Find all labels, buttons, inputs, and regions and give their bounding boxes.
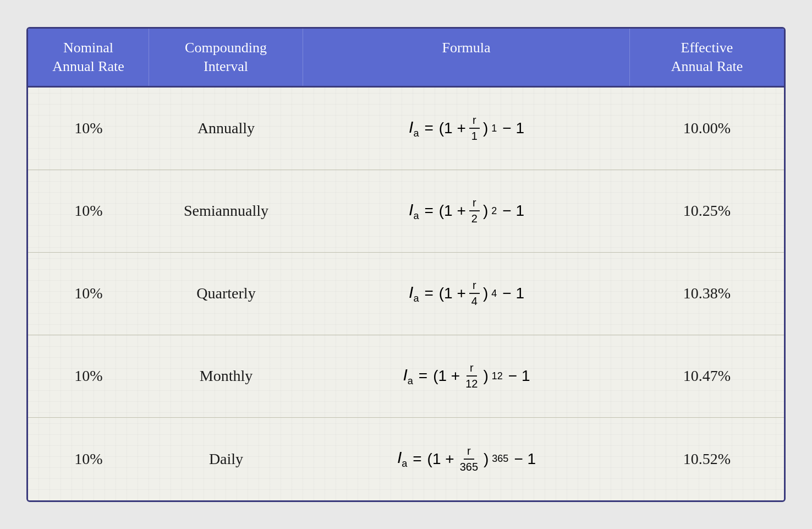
interval-2: Semiannually [149, 191, 303, 231]
exponent: 4 [491, 288, 497, 299]
equals: = [424, 285, 433, 302]
nominal-rate-3: 10% [28, 274, 149, 313]
nominal-rate-4: 10% [28, 356, 149, 396]
paren-expr: (1 + r 4 )4 [439, 279, 497, 308]
interval-3: Quarterly [149, 274, 303, 313]
paren-expr: (1 + r 12 )12 [433, 362, 503, 390]
fraction-denominator: 365 [457, 460, 481, 473]
exponent: 365 [492, 453, 508, 465]
nominal-rate-2: 10% [28, 191, 149, 231]
fraction-denominator: 4 [468, 294, 481, 308]
effective-rate-5: 10.52% [630, 439, 784, 479]
nominal-rate-5: 10% [28, 439, 149, 479]
fraction-numerator: r [464, 445, 474, 460]
paren-expr: (1 + r 2 )2 [439, 197, 497, 225]
minus: − 1 [514, 450, 536, 468]
equals: = [413, 450, 421, 468]
formula-symbol: Ia [409, 118, 419, 139]
fraction: r 2 [468, 197, 481, 225]
formula-5: Ia = (1 + r 365 )365 − 1 [303, 434, 630, 484]
fraction-numerator: r [469, 197, 480, 211]
formula-symbol: Ia [409, 200, 419, 222]
main-table: NominalAnnual Rate CompoundingInterval F… [26, 27, 786, 502]
header-compounding: CompoundingInterval [149, 29, 303, 86]
table-body: 10% Annually Ia = (1 + r 1 )1 − 1 10.00%… [28, 88, 784, 500]
table-header: NominalAnnual Rate CompoundingInterval F… [28, 29, 784, 88]
paren-expr: (1 + r 365 )365 [427, 445, 509, 473]
fraction-denominator: 2 [468, 211, 481, 225]
effective-rate-1: 10.00% [630, 108, 784, 148]
formula-3: Ia = (1 + r 4 )4 − 1 [303, 268, 630, 319]
effective-rate-2: 10.25% [630, 191, 784, 231]
header-effective: EffectiveAnnual Rate [630, 29, 784, 86]
formula-symbol: Ia [397, 448, 407, 470]
formula-symbol: Ia [403, 366, 413, 387]
exponent: 1 [491, 123, 497, 134]
equals: = [424, 202, 433, 220]
nominal-rate-1: 10% [28, 108, 149, 148]
minus: − 1 [502, 202, 524, 220]
formula-1: Ia = (1 + r 1 )1 − 1 [303, 103, 630, 154]
interval-1: Annually [149, 108, 303, 148]
formula-2: Ia = (1 + r 2 )2 − 1 [303, 186, 630, 236]
interval-4: Monthly [149, 356, 303, 396]
fraction: r 4 [468, 279, 481, 308]
fraction: r 12 [462, 362, 481, 390]
header-formula: Formula [303, 29, 630, 86]
fraction-numerator: r [469, 279, 480, 294]
minus: − 1 [508, 367, 530, 385]
table-row: 10% Semiannually Ia = (1 + r 2 )2 − 1 10… [28, 170, 784, 253]
fraction-numerator: r [467, 362, 477, 377]
table-row: 10% Daily Ia = (1 + r 365 )365 − 1 10.52… [28, 418, 784, 500]
paren-expr: (1 + r 1 )1 [439, 114, 497, 143]
fraction: r 1 [468, 114, 481, 143]
minus: − 1 [502, 119, 524, 137]
table-row: 10% Annually Ia = (1 + r 1 )1 − 1 10.00% [28, 88, 784, 170]
interval-5: Daily [149, 439, 303, 479]
exponent: 2 [491, 205, 497, 217]
table-row: 10% Monthly Ia = (1 + r 12 )12 − 1 10.47… [28, 335, 784, 418]
formula-symbol: Ia [409, 283, 419, 304]
fraction: r 365 [457, 445, 481, 473]
exponent: 12 [492, 370, 503, 382]
fraction-numerator: r [469, 114, 480, 129]
fraction-denominator: 1 [468, 129, 481, 143]
fraction-denominator: 12 [462, 377, 481, 390]
header-nominal: NominalAnnual Rate [28, 29, 149, 86]
table-row: 10% Quarterly Ia = (1 + r 4 )4 − 1 10.38… [28, 253, 784, 335]
minus: − 1 [502, 285, 524, 302]
equals: = [424, 119, 433, 137]
effective-rate-4: 10.47% [630, 356, 784, 396]
equals: = [419, 367, 427, 385]
effective-rate-3: 10.38% [630, 274, 784, 313]
formula-4: Ia = (1 + r 12 )12 − 1 [303, 351, 630, 401]
